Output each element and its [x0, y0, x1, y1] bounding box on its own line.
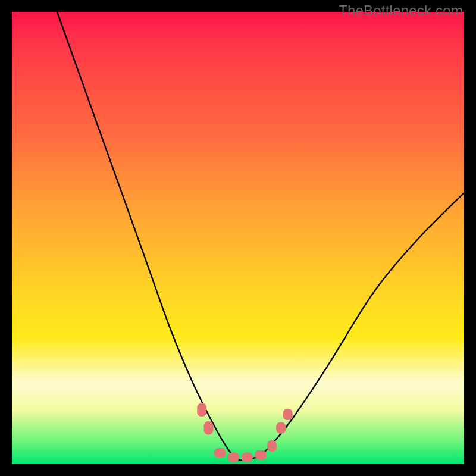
bottleneck-curve: [57, 12, 464, 461]
marker-point: [197, 403, 206, 416]
plot-area: [12, 12, 464, 464]
highlight-markers: [197, 403, 292, 462]
marker-point: [255, 450, 266, 460]
curve-svg: [12, 12, 464, 464]
marker-point: [228, 453, 239, 462]
marker-point: [267, 440, 277, 452]
marker-point: [204, 421, 214, 434]
watermark-text: TheBottleneck.com: [339, 2, 463, 19]
marker-point: [276, 422, 286, 434]
marker-point: [283, 409, 293, 420]
marker-point: [214, 448, 226, 458]
marker-point: [242, 453, 253, 462]
chart-frame: TheBottleneck.com: [0, 0, 476, 476]
